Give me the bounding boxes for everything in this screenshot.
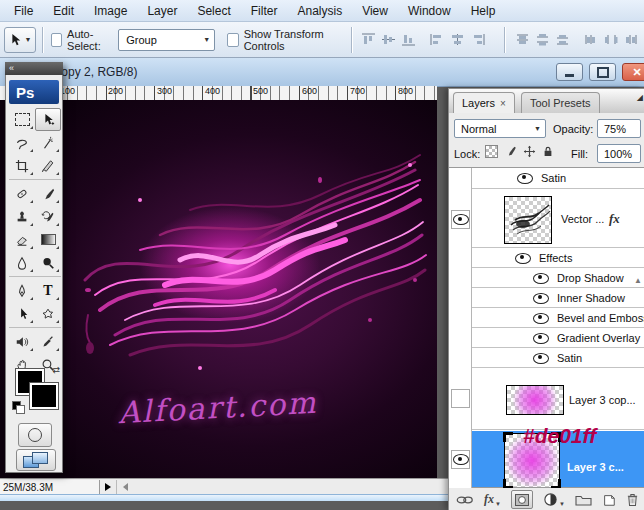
lock-transparency-icon[interactable] xyxy=(485,145,498,158)
eye-icon[interactable] xyxy=(533,293,549,304)
distribute-top-edges-icon[interactable] xyxy=(514,32,531,48)
align-horizontal-centers-icon[interactable] xyxy=(449,32,466,48)
visibility-toggle[interactable] xyxy=(451,210,470,229)
lock-all-padlock-icon[interactable] xyxy=(542,145,554,158)
quick-mask-mode-button[interactable] xyxy=(18,423,52,447)
tool-audio-annotation[interactable] xyxy=(9,330,35,353)
effect-row-bevel-emboss[interactable]: Bevel and Emboss xyxy=(449,309,644,328)
menu-layer[interactable]: Layer xyxy=(137,1,187,21)
tool-blur[interactable] xyxy=(9,251,35,274)
scroll-up-arrow-icon[interactable]: ▲ xyxy=(634,276,642,285)
menu-image[interactable]: Image xyxy=(84,1,137,21)
effect-row-gradient-overlay[interactable]: Gradient Overlay xyxy=(449,329,644,348)
new-group-button[interactable] xyxy=(575,493,592,506)
effect-row-satin-top[interactable]: Satin xyxy=(449,168,644,189)
effect-row-inner-shadow[interactable]: Inner Shadow xyxy=(449,289,644,308)
status-bar-menu-button[interactable] xyxy=(100,480,117,494)
distribute-vertical-centers-icon[interactable] xyxy=(534,32,551,48)
eye-icon[interactable] xyxy=(517,173,533,184)
tool-crop[interactable] xyxy=(9,154,35,177)
distribute-left-edges-icon[interactable] xyxy=(583,32,600,48)
tool-lasso[interactable] xyxy=(9,131,35,154)
tool-magic-wand[interactable] xyxy=(35,131,61,154)
align-right-edges-icon[interactable] xyxy=(469,32,486,48)
menu-help[interactable]: Help xyxy=(461,1,506,21)
panel-menu-arrow-icon[interactable]: ◢ xyxy=(637,93,643,102)
tool-path-selection[interactable] xyxy=(9,302,35,325)
minimize-button[interactable] xyxy=(556,63,583,81)
menu-select[interactable]: Select xyxy=(187,1,240,21)
tool-eyedropper[interactable] xyxy=(35,330,61,353)
screen-mode-button[interactable] xyxy=(16,449,56,471)
tab-tool-presets[interactable]: Tool Presets xyxy=(521,92,600,113)
tab-layers[interactable]: Layers × xyxy=(453,92,515,113)
layer-thumbnail[interactable] xyxy=(506,385,564,415)
tab-close-icon[interactable]: × xyxy=(500,98,506,109)
move-tool-preset-button[interactable]: ▼ xyxy=(4,27,36,53)
background-color-swatch[interactable] xyxy=(30,383,58,409)
lock-image-brush-icon[interactable] xyxy=(504,145,517,158)
tool-history-brush[interactable] xyxy=(35,205,61,228)
lock-position-icon[interactable] xyxy=(523,145,536,158)
visibility-toggle[interactable] xyxy=(451,450,470,469)
add-layer-mask-button[interactable] xyxy=(511,490,533,509)
distribute-right-edges-icon[interactable] xyxy=(623,32,640,48)
layer-name[interactable]: Layer 3 c... xyxy=(567,461,624,473)
tool-type[interactable]: T xyxy=(35,279,61,302)
fill-field[interactable]: 100% xyxy=(597,144,641,163)
layer-thumbnail[interactable] xyxy=(504,196,552,244)
layer-row-vector[interactable]: Vector ... fx xyxy=(449,190,644,248)
tool-dodge[interactable] xyxy=(35,251,61,274)
layer-style-button[interactable]: fx▼ xyxy=(484,492,501,507)
tool-rectangular-marquee[interactable] xyxy=(9,108,35,131)
maximize-button[interactable] xyxy=(589,63,616,81)
tool-clone-stamp[interactable] xyxy=(9,205,35,228)
swap-colors-icon[interactable]: ⇄ xyxy=(52,365,60,375)
tool-slice[interactable] xyxy=(35,154,61,177)
tool-healing-brush[interactable] xyxy=(9,182,35,205)
layer-name[interactable]: Vector ... xyxy=(561,213,604,225)
fx-badge[interactable]: fx xyxy=(609,211,620,227)
distribute-bottom-edges-icon[interactable] xyxy=(554,32,571,48)
canvas[interactable]: Alfoart.com xyxy=(0,100,437,478)
layer-name[interactable]: Layer 3 cop... xyxy=(569,394,636,406)
align-vertical-centers-icon[interactable] xyxy=(380,32,397,48)
menu-analysis[interactable]: Analysis xyxy=(287,1,352,21)
align-top-edges-icon[interactable] xyxy=(360,32,377,48)
eye-icon[interactable] xyxy=(533,313,549,324)
effect-row-effects[interactable]: Effects xyxy=(449,249,644,268)
scroll-left-arrow-icon[interactable] xyxy=(123,483,128,491)
eye-icon[interactable] xyxy=(533,353,549,364)
auto-select-group-dropdown[interactable]: Group ▼ xyxy=(118,29,215,51)
tool-move[interactable] xyxy=(35,108,61,131)
adjustment-layer-button[interactable]: ▼ xyxy=(543,492,565,507)
visibility-toggle-off[interactable] xyxy=(451,389,470,408)
menu-view[interactable]: View xyxy=(352,1,398,21)
opacity-field[interactable]: 75% xyxy=(597,119,641,138)
new-layer-button[interactable] xyxy=(602,493,616,507)
auto-select-checkbox[interactable] xyxy=(51,33,62,47)
delete-layer-button[interactable] xyxy=(626,492,639,507)
eye-icon[interactable] xyxy=(533,273,549,284)
eye-icon[interactable] xyxy=(515,253,531,264)
document-title-bar[interactable]: (Layer 3 copy 2, RGB/8) ✕ xyxy=(0,58,644,87)
tool-custom-shape[interactable] xyxy=(35,302,61,325)
show-transform-checkbox[interactable] xyxy=(227,33,238,47)
blend-mode-dropdown[interactable]: Normal ▼ xyxy=(454,119,546,138)
toolbox-header[interactable]: « xyxy=(5,62,63,75)
effect-row-drop-shadow[interactable]: Drop Shadow xyxy=(449,269,644,288)
eye-icon[interactable] xyxy=(533,333,549,344)
layer-row-layer3-copy[interactable]: Layer 3 cop... xyxy=(449,369,644,430)
distribute-horizontal-centers-icon[interactable] xyxy=(603,32,620,48)
align-left-edges-icon[interactable] xyxy=(429,32,446,48)
link-layers-button[interactable] xyxy=(456,494,474,506)
menu-filter[interactable]: Filter xyxy=(241,1,288,21)
tool-pen[interactable] xyxy=(9,279,35,302)
menu-window[interactable]: Window xyxy=(398,1,461,21)
close-button[interactable]: ✕ xyxy=(622,63,644,81)
effect-row-satin[interactable]: Satin xyxy=(449,349,644,368)
menu-file[interactable]: File xyxy=(4,1,43,21)
menu-edit[interactable]: Edit xyxy=(43,1,84,21)
tool-gradient[interactable] xyxy=(35,228,61,251)
tool-eraser[interactable] xyxy=(9,228,35,251)
